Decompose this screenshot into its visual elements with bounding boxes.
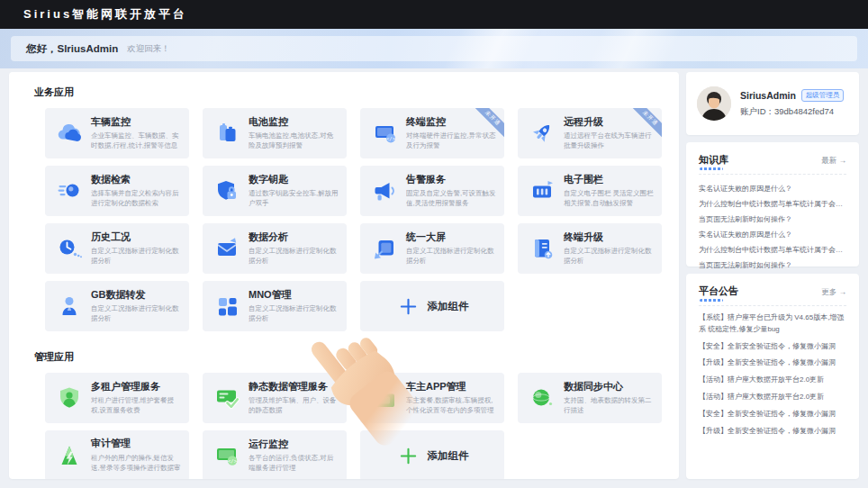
business-grid: 车辆监控企业车辆监控、车辆数据、实时数据,行程,统计,报警等信息电池监控车辆电池… [45, 108, 665, 331]
history-icon [56, 235, 83, 262]
page-content: 业务应用 车辆监控企业车辆监控、车辆数据、实时数据,行程,统计,报警等信息电池监… [0, 68, 868, 479]
profile-info: SiriusAdmin 超级管理员 账户ID：39db4842fed74 [740, 89, 844, 118]
welcome-banner: 您好，SlriusAdmin 欢迎回来！ [0, 29, 868, 68]
business-add-component-card[interactable]: 添加组件 [360, 281, 504, 331]
app-card-title: 静态数据管理服务 [249, 381, 339, 393]
business-app-card-6[interactable]: 告警服务固定及自定义告警,可设置触发值,灵活使用报警服务 [360, 166, 504, 216]
profile-card: SiriusAdmin 超级管理员 账户ID：39db4842fed74 [686, 72, 859, 135]
announcements-list: 【系统】猎户座平台已升级为 V4.65版本,增强系 统稳定性,修复少量bug【安… [699, 312, 846, 437]
account-id: 账户ID：39db4842fed74 [740, 106, 844, 118]
add-component-label: 添加组件 [428, 300, 469, 313]
fence-icon [529, 177, 556, 204]
app-card-desc: 自定义电子围栏 灵活定义围栏相关报警,自动触发报警 [564, 188, 654, 209]
plus-icon [399, 447, 418, 465]
app-card-desc: 租户外的用户的操作,短信发送,登录等多项操作进行数据审计 [91, 453, 181, 474]
app-card-title: 车主APP管理 [406, 381, 496, 393]
business-app-card-3[interactable]: 远程升级通过远程平台在线为车辆进行批量升级操作未开通 [518, 108, 662, 158]
mno-icon [213, 293, 240, 320]
alarm-icon [371, 177, 398, 204]
knowledge-item[interactable]: 实名认证失败的原因是什么？ [699, 227, 846, 242]
announcement-item[interactable]: 【升级】全新安全验证指令，修复微小漏洞 [699, 357, 846, 369]
app-card-title: 多租户管理服务 [91, 381, 181, 393]
app-card-desc: 管理及维护车辆、用户、设备的静态数据 [249, 395, 339, 416]
app-card-title: GB数据转发 [91, 289, 181, 301]
static-data-icon [213, 384, 240, 411]
avatar-photo-icon [697, 86, 731, 121]
device-upgrade-icon [529, 235, 556, 262]
owner-app-icon [371, 384, 398, 411]
management-app-card-0[interactable]: 多租户管理服务对租户进行管理,维护套餐授权,设置服务收费 [45, 373, 189, 423]
management-app-card-5[interactable]: </>运行监控各平台的运行,负债状态,对后端服务进行管理 [203, 430, 347, 479]
app-card-desc: 自定义工况指标进行定制化数据分析 [91, 246, 181, 267]
sync-icon [529, 384, 556, 411]
knowledge-item[interactable]: 为什么控制台中统计数据与单车统计属于会有差异？ [699, 196, 846, 212]
business-app-card-4[interactable]: 数据检索选择车辆并自定义检索内容后进行定制化的数据检索 [45, 166, 189, 216]
app-card-desc: 自定义工况指标进行定制化数据分析 [249, 303, 339, 324]
app-card-desc: 车主套餐,数据审核,车辆授权,个性化设置等在内的多项管理 [406, 395, 496, 416]
knowledge-latest-link[interactable]: 最新 → [821, 156, 846, 167]
app-card-title: 统一大屏 [406, 231, 496, 243]
app-card-title: 历史工况 [91, 231, 181, 243]
management-add-component-card[interactable]: 添加组件 [360, 430, 504, 479]
announcement-item[interactable]: 【系统】猎户座平台已升级为 V4.65版本,增强系 统稳定性,修复少量bug [699, 312, 846, 336]
business-app-card-1[interactable]: 电池监控车辆电池监控,电池状态,对危险及故障预判报警 [203, 108, 347, 158]
announcement-item[interactable]: 【活动】猎户座大数据开放平台2.0更新 [699, 375, 846, 386]
business-app-card-9[interactable]: 数据分析自定义工况指标进行定制化数据分析 [203, 223, 347, 274]
knowledge-item[interactable]: 当页面无法刷新时如何操作？ [699, 212, 846, 227]
app-card-desc: 企业车辆监控、车辆数据、实时数据,行程,统计,报警等信息 [91, 131, 181, 151]
add-component-label: 添加组件 [428, 449, 469, 463]
cloud-car-icon [56, 120, 83, 147]
svg-text:</>: </> [228, 458, 238, 464]
business-section-title: 业务应用 [34, 86, 665, 99]
app-card-title: 终端升级 [564, 231, 654, 243]
role-badge: 超级管理员 [801, 89, 845, 102]
business-app-card-2[interactable]: </>终端监控对终端硬件进行监控,异常状态及行为报警未开通 [360, 108, 504, 158]
knowledge-item[interactable]: 实名认证失败的原因是什么？ [699, 181, 846, 196]
platform-title: Sirius智能网联开放平台 [23, 6, 187, 23]
app-card-title: 数据检索 [91, 174, 181, 185]
business-app-card-10[interactable]: 统一大屏自定义工况指标进行定制化数据分析 [360, 223, 504, 274]
app-card-desc: 通过远程平台在线为车辆进行批量升级操作 [564, 131, 654, 151]
knowledge-item[interactable]: 当页面无法刷新时如何操作？ [699, 258, 846, 273]
avatar [697, 86, 731, 121]
gb-forward-icon [56, 293, 83, 320]
announcement-item[interactable]: 【活动】猎户座大数据开放平台2.0更新 [699, 392, 846, 403]
app-card-title: 电子围栏 [564, 174, 654, 185]
app-card-desc: 选择车辆并自定义检索内容后进行定制化的数据检索 [91, 188, 181, 209]
app-card-desc: 车辆电池监控,电池状态,对危险及故障预判报警 [249, 131, 339, 151]
app-card-title: 数据分析 [249, 231, 339, 243]
business-app-card-0[interactable]: 车辆监控企业车辆监控、车辆数据、实时数据,行程,统计,报警等信息 [45, 108, 189, 158]
announcement-item[interactable]: 【安全】全新安全验证指令，修复微小漏洞 [699, 341, 846, 353]
business-app-card-11[interactable]: 终端升级自定义工况指标进行定制化数据分析 [518, 223, 662, 274]
announcements-more-link[interactable]: 更多 → [821, 287, 846, 298]
knowledge-base-title: 知识库 [699, 153, 728, 167]
business-app-card-13[interactable]: MNO管理自定义工况指标进行定制化数据分析 [203, 281, 347, 331]
greeting-welcome: 欢迎回来！ [127, 43, 170, 55]
knowledge-item[interactable]: 为什么控制台中统计数据与单车统计属于会有差异？ [699, 242, 846, 258]
business-app-card-7[interactable]: 电子围栏自定义电子围栏 灵活定义围栏相关报警,自动触发报警 [518, 166, 662, 216]
app-card-title: 终端监控 [406, 116, 496, 128]
business-app-card-12[interactable]: GB数据转发自定义工况指标进行定制化数据分析 [45, 281, 189, 331]
app-card-desc: 自定义工况指标进行定制化数据分析 [249, 246, 339, 267]
app-card-title: 审计管理 [91, 438, 181, 449]
business-app-card-5[interactable]: 数字钥匙通过数字钥匙安全控车,解放用户双手 [203, 166, 347, 216]
management-grid: 多租户管理服务对租户进行管理,维护套餐授权,设置服务收费静态数据管理服务管理及维… [45, 373, 665, 479]
knowledge-list: 实名认证失败的原因是什么？为什么控制台中统计数据与单车统计属于会有差异？当页面无… [699, 181, 846, 273]
app-card-desc: 通过数字钥匙安全控车,解放用户双手 [249, 188, 339, 209]
management-app-card-2[interactable]: 车主APP管理车主套餐,数据审核,车辆授权,个性化设置等在内的多项管理 [360, 373, 504, 423]
apps-panel: 业务应用 车辆监控企业车辆监控、车辆数据、实时数据,行程,统计,报警等信息电池监… [9, 72, 679, 479]
knowledge-base-card: 知识库 最新 → 实名认证失败的原因是什么？为什么控制台中统计数据与单车统计属于… [686, 142, 859, 267]
svg-text:</>: </> [386, 136, 396, 141]
app-card-title: 电池监控 [249, 116, 339, 128]
profile-name: SiriusAdmin [740, 90, 796, 101]
rocket-icon [529, 120, 556, 147]
management-app-card-3[interactable]: 数据同步中心支持国、地表数据的转发第二行描述 [518, 373, 662, 423]
announcement-item[interactable]: 【安全】全新安全验证指令，修复微小漏洞 [699, 409, 846, 420]
analytics-icon [213, 235, 240, 262]
announcement-item[interactable]: 【升级】全新安全验证指令，修复微小漏洞 [699, 426, 846, 438]
app-card-title: 车辆监控 [91, 116, 181, 128]
management-app-card-1[interactable]: 静态数据管理服务管理及维护车辆、用户、设备的静态数据 [203, 373, 347, 423]
management-app-card-4[interactable]: 审计管理租户外的用户的操作,短信发送,登录等多项操作进行数据审计 [45, 430, 189, 479]
business-app-card-8[interactable]: 历史工况自定义工况指标进行定制化数据分析 [45, 223, 189, 274]
terminal-monitor-icon: </> [371, 120, 398, 147]
